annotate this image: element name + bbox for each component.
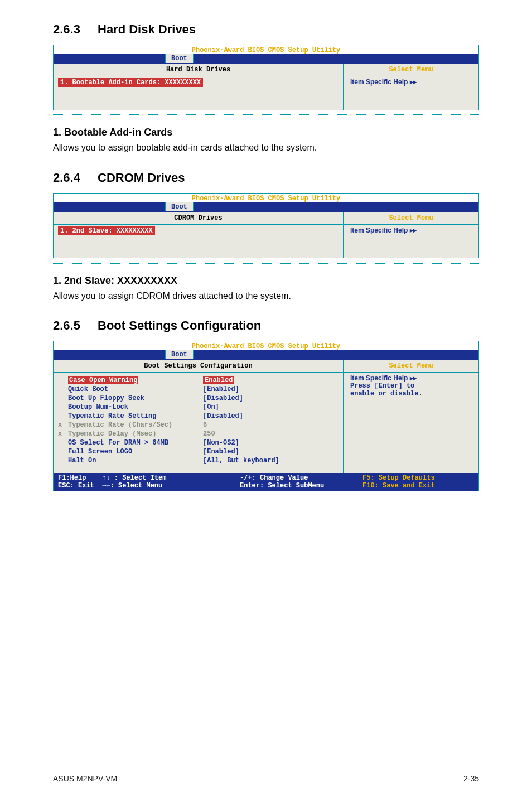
torn-edge-decoration (53, 263, 479, 268)
panel-right: Item Specific Help ▸▸ (344, 225, 478, 258)
section-title: CDROM Drives (98, 171, 185, 185)
selected-item[interactable]: 1. 2nd Slave: XXXXXXXXX (58, 226, 155, 235)
section-title: Hard Disk Drives (98, 22, 196, 36)
setting-label: xTypematic Rate (Chars/Sec) (58, 421, 203, 429)
section-title: Boot Settings Configuration (98, 318, 261, 332)
key-enter: Enter: Select SubMenu (240, 482, 362, 490)
setting-value: [All, But keyboard] (203, 457, 279, 465)
setting-value: 250 (203, 430, 215, 438)
panel-heading-right: Select Menu (344, 212, 478, 225)
item-help-label: Item Specific Help ▸▸ (350, 226, 417, 234)
subsection-heading: 1. 2nd Slave: XXXXXXXXX (53, 275, 479, 287)
setting-label: OS Select For DRAM > 64MB (58, 439, 203, 447)
setting-value: [On] (203, 403, 219, 411)
boot-tab[interactable]: Boot (165, 202, 194, 211)
setting-label: Bootup Num-Lock (58, 403, 203, 411)
subsection-heading: 1. Bootable Add-in Cards (53, 127, 479, 138)
setting-value: [Disabled] (203, 394, 243, 402)
bios-tab-row: Boot (54, 350, 478, 360)
setting-row[interactable]: xTypematic Rate (Chars/Sec)6 (58, 421, 338, 429)
key-f10: F10: Save and Exit (362, 482, 474, 490)
setting-row[interactable]: Boot Up Floppy Seek[Disabled] (58, 394, 338, 403)
panel-heading-left: Hard Disk Drives (54, 64, 344, 76)
footer-right: 2-35 (463, 774, 479, 783)
bios-util-title: Phoenix-Award BIOS CMOS Setup Utility (54, 194, 478, 202)
setting-value: [Enabled] (203, 448, 239, 456)
panel-right: Item Specific Help ▸▸ (344, 76, 478, 110)
key-updown: ↑↓ : Select Item (102, 474, 166, 482)
footer-col-right: F5: Setup Defaults F10: Save and Exit (362, 474, 474, 490)
setting-label: Full Screen LOGO (58, 448, 203, 456)
setting-value: Enabled (203, 376, 234, 384)
setting-row[interactable]: Typematic Rate Setting[Disabled] (58, 412, 338, 421)
settings-list: Case Open Warning Enabled Quick Boot[Ena… (54, 373, 344, 473)
setting-label: Halt On (58, 457, 203, 465)
bios-tab-row: Boot (54, 54, 478, 64)
setting-row[interactable]: xTypematic Delay (Msec)250 (58, 429, 338, 438)
torn-edge-decoration (53, 114, 479, 120)
key-f5: F5: Setup Defaults (362, 474, 474, 482)
setting-label: xTypematic Delay (Msec) (58, 430, 203, 438)
setting-value: [Disabled] (203, 412, 243, 420)
setting-value: [Enabled] (203, 385, 239, 393)
panel-heading-left: Boot Settings Configuration (54, 360, 344, 373)
bios-util-title: Phoenix-Award BIOS CMOS Setup Utility (54, 341, 478, 350)
section-heading-265: 2.6.5Boot Settings Configuration (53, 318, 479, 333)
setting-row[interactable]: Full Screen LOGO[Enabled] (58, 447, 338, 456)
page-footer: ASUS M2NPV-VM 2-35 (53, 774, 479, 783)
item-help-label: Item Specific Help ▸▸ (350, 78, 417, 86)
bios-panel-cdrom: Phoenix-Award BIOS CMOS Setup Utility Bo… (53, 193, 479, 258)
section-heading-264: 2.6.4CDROM Drives (53, 171, 479, 185)
boot-tab[interactable]: Boot (165, 54, 194, 63)
setting-value: 6 (203, 421, 207, 429)
bios-footer: F1:Help ↑↓ : Select Item ESC: Exit →←: S… (54, 473, 478, 491)
panel-heading-right: Select Menu (344, 360, 478, 373)
body-paragraph: Allows you to assign CDROM drives attach… (53, 290, 479, 302)
row-marker: x (58, 421, 68, 429)
setting-row[interactable]: Bootup Num-Lock[On] (58, 403, 338, 412)
item-help-label: Item Specific Help ▸▸ (350, 374, 474, 382)
footer-left: ASUS M2NPV-VM (53, 774, 117, 783)
setting-label: Typematic Rate Setting (58, 412, 203, 420)
key-change-value: -/+: Change Value (240, 474, 362, 482)
setting-row[interactable]: OS Select For DRAM > 64MB[Non-OS2] (58, 438, 338, 447)
setting-value: [Non-OS2] (203, 439, 239, 447)
section-heading-263: 2.6.3Hard Disk Drives (53, 22, 479, 37)
setting-label: Quick Boot (58, 385, 203, 393)
bios-panel-hdd: Phoenix-Award BIOS CMOS Setup Utility Bo… (53, 45, 479, 110)
setting-row[interactable]: Halt On[All, But keyboard] (58, 456, 338, 465)
help-text-line1: Press [Enter] to (350, 382, 474, 390)
body-paragraph: Allows you to assign bootable add-in car… (53, 142, 479, 154)
row-marker: x (58, 430, 68, 438)
setting-label: Boot Up Floppy Seek (58, 394, 203, 402)
footer-col-left: F1:Help ↑↓ : Select Item ESC: Exit →←: S… (58, 474, 240, 490)
setting-label: Case Open Warning (58, 376, 203, 384)
panel-right: Item Specific Help ▸▸ Press [Enter] to e… (344, 373, 478, 473)
panel-left: 1. 2nd Slave: XXXXXXXXX (54, 225, 344, 258)
panel-heading-left: CDROM Drives (54, 212, 344, 225)
bios-tab-row: Boot (54, 202, 478, 212)
section-number: 2.6.5 (53, 318, 98, 333)
section-number: 2.6.3 (53, 22, 98, 37)
boot-tab[interactable]: Boot (165, 350, 194, 359)
setting-row[interactable]: Quick Boot[Enabled] (58, 385, 338, 394)
panel-left: 1. Bootable Add-in Cards: XXXXXXXXX (54, 76, 344, 110)
key-esc: ESC: Exit (58, 482, 94, 490)
section-number: 2.6.4 (53, 171, 98, 185)
setting-row[interactable]: Case Open Warning Enabled (58, 376, 338, 385)
bios-panel-bootcfg: Phoenix-Award BIOS CMOS Setup Utility Bo… (53, 341, 479, 491)
selected-item[interactable]: 1. Bootable Add-in Cards: XXXXXXXXX (58, 78, 203, 87)
key-leftright: →←: Select Menu (102, 482, 162, 490)
panel-heading-right: Select Menu (344, 64, 478, 76)
help-text-line2: enable or disable. (350, 390, 474, 398)
key-f1: F1:Help (58, 474, 86, 482)
footer-col-mid: -/+: Change Value Enter: Select SubMenu (240, 474, 362, 490)
bios-util-title: Phoenix-Award BIOS CMOS Setup Utility (54, 45, 478, 54)
